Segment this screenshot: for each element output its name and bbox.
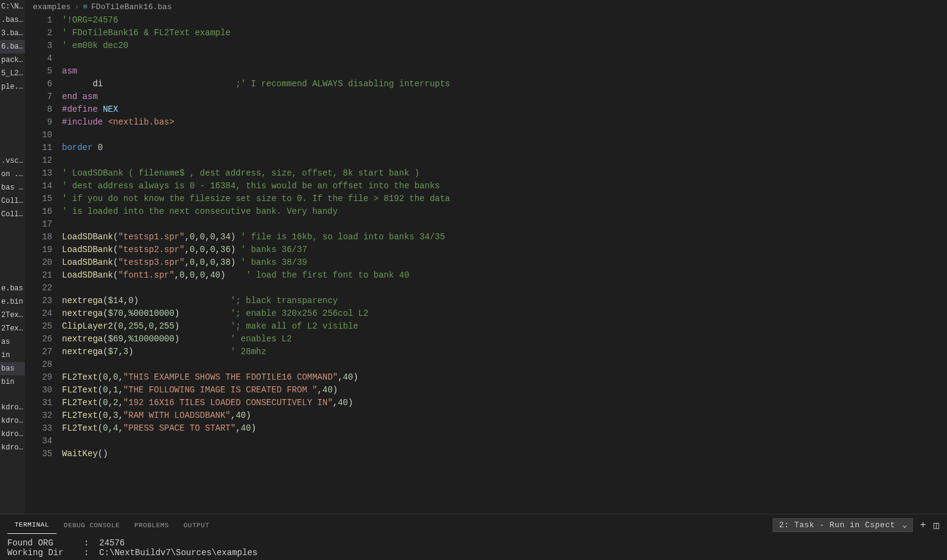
open-editor-item[interactable]: 2Tex...: [0, 309, 25, 322]
line-number: 2: [26, 27, 52, 39]
code-line[interactable]: ' is loaded into the next consecutive ba…: [62, 205, 947, 218]
code-line[interactable]: nextrega($7,3) ' 28mhz: [62, 346, 947, 358]
open-editor-item[interactable]: bin: [0, 375, 25, 389]
open-editor-item[interactable]: 5_L2T...: [0, 67, 25, 80]
bottom-panel: TERMINALDEBUG CONSOLEPROBLEMSOUTPUT 2: T…: [0, 514, 947, 560]
code-line[interactable]: [62, 282, 947, 295]
open-editor-item[interactable]: 2Tex...: [0, 322, 25, 335]
line-number: 5: [26, 65, 52, 78]
code-line[interactable]: nextrega($14,0) '; black transparency: [62, 295, 947, 307]
line-number: 10: [26, 129, 52, 142]
line-number: 24: [26, 307, 52, 320]
code-line[interactable]: [62, 435, 947, 448]
line-number: 16: [26, 205, 52, 218]
code-line[interactable]: FL2Text(0,3,"RAM WITH LOADSDBANK",40): [62, 409, 947, 422]
breadcrumb-folder[interactable]: examples: [33, 2, 71, 12]
open-editor-item[interactable]: pack...: [0, 53, 25, 67]
code-line[interactable]: di ;' I recommend ALWAYS disabling inter…: [62, 78, 947, 90]
code-line[interactable]: end asm: [62, 90, 947, 103]
open-editor-item[interactable]: C:\N...: [0, 0, 25, 13]
open-editor-item[interactable]: .bas...: [0, 13, 25, 27]
panel-tab-output[interactable]: OUTPUT: [176, 517, 217, 534]
open-editor-item[interactable]: e.bas: [0, 282, 25, 295]
code-line[interactable]: LoadSDBank("font1.spr",0,0,0,40) ' load …: [62, 269, 947, 282]
code-line[interactable]: asm: [62, 65, 947, 78]
line-number: 18: [26, 231, 52, 244]
code-line[interactable]: ClipLayer2(0,255,0,255) '; make all of L…: [62, 320, 947, 333]
open-editor-item[interactable]: on .v...: [0, 168, 25, 181]
code-line[interactable]: FL2Text(0,1,"THE FOLLOWING IMAGE IS CREA…: [62, 384, 947, 397]
line-number: 3: [26, 39, 52, 52]
open-editor-item[interactable]: kdro...: [0, 414, 25, 428]
code-line[interactable]: FL2Text(0,4,"PRESS SPACE TO START",40): [62, 422, 947, 435]
plus-icon[interactable]: +: [920, 520, 926, 531]
code-line[interactable]: nextrega($70,%00010000) '; enable 320x25…: [62, 307, 947, 320]
line-number: 19: [26, 244, 52, 256]
code-line[interactable]: ' FDoTileBank16 & FL2Text example: [62, 27, 947, 39]
code-content[interactable]: '!ORG=24576' FDoTileBank16 & FL2Text exa…: [62, 14, 947, 514]
line-number: 4: [26, 52, 52, 65]
code-editor[interactable]: 1234567891011121314151617181920212223242…: [26, 14, 947, 514]
panel-tab-debug-console[interactable]: DEBUG CONSOLE: [57, 517, 127, 534]
code-line[interactable]: LoadSDBank("testsp3.spr",0,0,0,38) ' ban…: [62, 256, 947, 269]
code-line[interactable]: nextrega($69,%10000000) ' enables L2: [62, 333, 947, 346]
code-line[interactable]: LoadSDBank("testsp1.spr",0,0,0,34) ' fil…: [62, 231, 947, 244]
line-number: 26: [26, 333, 52, 346]
split-terminal-icon[interactable]: ◫: [934, 519, 940, 531]
code-line[interactable]: [62, 218, 947, 231]
line-number: 32: [26, 409, 52, 422]
line-number: 25: [26, 320, 52, 333]
open-editor-item[interactable]: kdro...: [0, 441, 25, 454]
open-editor-item[interactable]: Collisi...: [0, 208, 25, 221]
breadcrumb-file[interactable]: FDoTileBank16.bas: [91, 2, 172, 12]
code-line[interactable]: #define NEX: [62, 103, 947, 116]
code-line[interactable]: [62, 52, 947, 65]
terminal-line: Found ORG : 24576: [7, 538, 940, 548]
code-line[interactable]: [62, 129, 947, 142]
line-number: 15: [26, 193, 52, 205]
open-editor-item[interactable]: e.bin: [0, 295, 25, 309]
open-editor-item[interactable]: 3.bas...: [0, 27, 25, 40]
line-number: 14: [26, 180, 52, 193]
line-number: 35: [26, 448, 52, 460]
open-editor-item[interactable]: 6.ba...: [0, 40, 25, 53]
line-number: 34: [26, 435, 52, 448]
code-line[interactable]: LoadSDBank("testsp2.spr",0,0,0,36) ' ban…: [62, 244, 947, 256]
line-number: 33: [26, 422, 52, 435]
panel-tabs: TERMINALDEBUG CONSOLEPROBLEMSOUTPUT 2: T…: [0, 514, 947, 536]
panel-tab-problems[interactable]: PROBLEMS: [127, 517, 176, 534]
open-editor-item[interactable]: ple....: [0, 80, 25, 94]
line-number: 13: [26, 167, 52, 180]
open-editors-sidebar[interactable]: C:\N....bas...3.bas...6.ba...pack...5_L2…: [0, 0, 26, 514]
code-line[interactable]: ' dest address always is 0 - 16384, this…: [62, 180, 947, 193]
code-line[interactable]: ' LoadSDBank ( filename$ , dest address,…: [62, 167, 947, 180]
breadcrumb: examples › ≡ FDoTileBank16.bas: [26, 0, 947, 14]
line-number: 22: [26, 282, 52, 295]
code-line[interactable]: #include <nextlib.bas>: [62, 116, 947, 129]
code-line[interactable]: FL2Text(0,2,"192 16X16 TILES LOADED CONS…: [62, 397, 947, 409]
file-icon: ≡: [83, 2, 88, 12]
open-editor-item[interactable]: bas: [0, 362, 25, 375]
code-line[interactable]: [62, 358, 947, 371]
line-number: 27: [26, 346, 52, 358]
terminal-line: Working Dir : C:\NextBuildv7\Sources\exa…: [7, 548, 940, 558]
code-line[interactable]: ' em00k dec20: [62, 39, 947, 52]
code-line[interactable]: ' if you do not know the filesize set si…: [62, 193, 947, 205]
line-number: 21: [26, 269, 52, 282]
code-line[interactable]: WaitKey(): [62, 448, 947, 460]
line-number-gutter: 1234567891011121314151617181920212223242…: [26, 14, 62, 514]
panel-tab-terminal[interactable]: TERMINAL: [7, 516, 57, 534]
terminal-task-selector[interactable]: 2: Task - Run in Cspect: [773, 518, 913, 532]
open-editor-item[interactable]: .vsco...: [0, 154, 25, 168]
code-line[interactable]: border 0: [62, 142, 947, 154]
open-editor-item[interactable]: bas C...: [0, 181, 25, 194]
open-editor-item[interactable]: Collisi...: [0, 194, 25, 208]
open-editor-item[interactable]: as: [0, 335, 25, 349]
code-line[interactable]: '!ORG=24576: [62, 14, 947, 27]
code-line[interactable]: FL2Text(0,0,"THIS EXAMPLE SHOWS THE FDOT…: [62, 371, 947, 384]
terminal-output[interactable]: Found ORG : 24576Working Dir : C:\NextBu…: [0, 536, 947, 560]
open-editor-item[interactable]: in: [0, 349, 25, 362]
open-editor-item[interactable]: kdro...: [0, 428, 25, 441]
code-line[interactable]: [62, 154, 947, 167]
open-editor-item[interactable]: kdro...: [0, 401, 25, 414]
